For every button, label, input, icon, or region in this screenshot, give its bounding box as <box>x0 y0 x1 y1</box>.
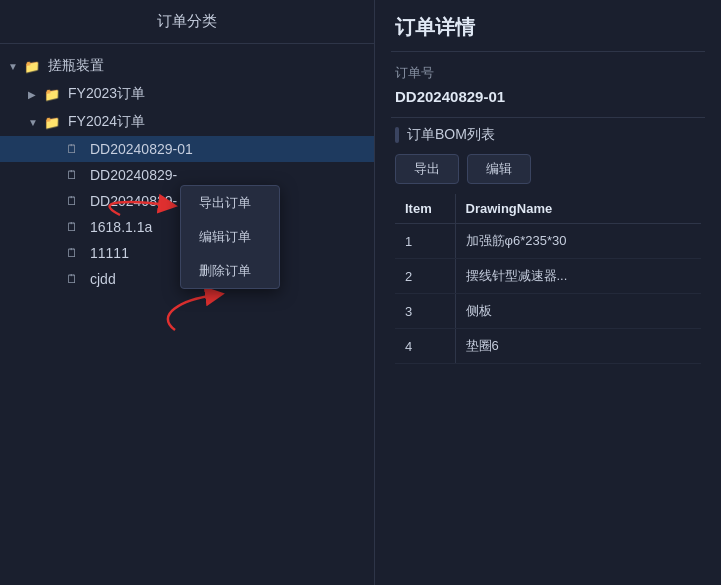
table-row: 1加强筋φ6*235*30 <box>395 224 701 259</box>
right-title: 订单详情 <box>375 0 721 51</box>
tree-label: FY2023订单 <box>68 85 145 103</box>
col-header-drawing: DrawingName <box>455 194 701 224</box>
tree-item-fy2023[interactable]: 📁 FY2023订单 <box>0 80 374 108</box>
order-no-section: 订单号 DD20240829-01 <box>375 52 721 117</box>
right-panel: 订单详情 订单号 DD20240829-01 订单BOM列表 导出 编辑 Ite… <box>375 0 721 585</box>
arrow-icon <box>28 117 42 128</box>
cell-item: 3 <box>395 294 455 329</box>
edit-button[interactable]: 编辑 <box>467 154 531 184</box>
file-icon: 🗒 <box>66 246 84 260</box>
tree-item-fy2024[interactable]: 📁 FY2024订单 <box>0 108 374 136</box>
bom-table: Item DrawingName 1加强筋φ6*235*302摆线针型减速器..… <box>395 194 701 364</box>
folder-icon: 📁 <box>44 115 62 129</box>
main-layout: 订单分类 📁 搓瓶装置 📁 FY2023订单 <box>0 0 721 585</box>
tree-label: DD20240829- <box>90 167 177 183</box>
context-menu-export[interactable]: 导出订单 <box>181 186 279 220</box>
tree-label: 搓瓶装置 <box>48 57 104 75</box>
left-panel: 订单分类 📁 搓瓶装置 📁 FY2023订单 <box>0 0 375 585</box>
bom-actions: 导出 编辑 <box>395 154 701 184</box>
context-menu-edit[interactable]: 编辑订单 <box>181 220 279 254</box>
tree-item-root[interactable]: 📁 搓瓶装置 <box>0 52 374 80</box>
order-no-label: 订单号 <box>395 64 701 82</box>
tree-item-dd01[interactable]: 🗒 DD20240829-01 <box>0 136 374 162</box>
tree-label: FY2024订单 <box>68 113 145 131</box>
folder-icon: 📁 <box>44 87 62 101</box>
file-icon: 🗒 <box>66 272 84 286</box>
bom-section: 订单BOM列表 导出 编辑 Item DrawingName 1加强筋φ6*23… <box>375 118 721 364</box>
cell-item: 4 <box>395 329 455 364</box>
panel-title: 订单分类 <box>0 0 374 44</box>
file-icon: 🗒 <box>66 142 84 156</box>
table-row: 3侧板 <box>395 294 701 329</box>
cell-item: 2 <box>395 259 455 294</box>
cell-item: 1 <box>395 224 455 259</box>
table-row: 2摆线针型减速器... <box>395 259 701 294</box>
context-menu-delete[interactable]: 删除订单 <box>181 254 279 288</box>
tree-label: cjdd <box>90 271 116 287</box>
bom-divider-bar <box>395 127 399 143</box>
cell-drawing: 加强筋φ6*235*30 <box>455 224 701 259</box>
bom-title-row: 订单BOM列表 <box>395 126 701 144</box>
folder-icon: 📁 <box>24 59 42 73</box>
tree-label: 1618.1.1a <box>90 219 152 235</box>
cell-drawing: 侧板 <box>455 294 701 329</box>
arrow-icon <box>28 89 42 100</box>
cell-drawing: 垫圈6 <box>455 329 701 364</box>
tree-container: 📁 搓瓶装置 📁 FY2023订单 📁 FY2024订单 <box>0 44 374 585</box>
tree-label: DD20240829- <box>90 193 177 209</box>
file-icon: 🗒 <box>66 168 84 182</box>
context-menu: 导出订单 编辑订单 删除订单 <box>180 185 280 289</box>
col-header-item: Item <box>395 194 455 224</box>
arrow-icon <box>8 61 22 72</box>
file-icon: 🗒 <box>66 220 84 234</box>
file-icon: 🗒 <box>66 194 84 208</box>
tree-label: DD20240829-01 <box>90 141 193 157</box>
order-no-value: DD20240829-01 <box>395 88 701 105</box>
export-button[interactable]: 导出 <box>395 154 459 184</box>
bom-title: 订单BOM列表 <box>407 126 495 144</box>
tree-label: 11111 <box>90 245 129 261</box>
cell-drawing: 摆线针型减速器... <box>455 259 701 294</box>
table-row: 4垫圈6 <box>395 329 701 364</box>
